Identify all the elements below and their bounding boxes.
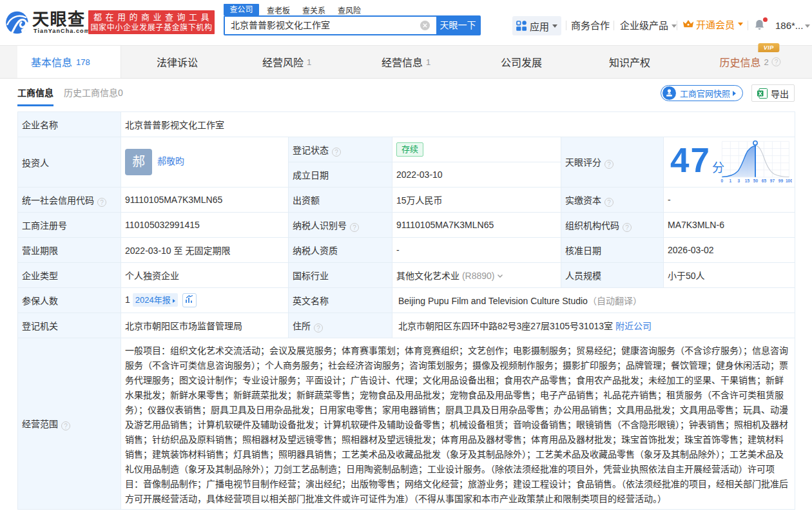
svg-text:3: 3 xyxy=(738,178,740,183)
svg-text:100: 100 xyxy=(786,178,792,183)
svg-text:0: 0 xyxy=(721,178,724,183)
svg-text:99: 99 xyxy=(778,178,784,183)
svg-text:97: 97 xyxy=(770,178,775,183)
svg-text:15: 15 xyxy=(745,178,750,183)
svg-text:50: 50 xyxy=(753,178,759,183)
svg-text:1: 1 xyxy=(730,178,732,183)
svg-text:65: 65 xyxy=(762,178,767,183)
